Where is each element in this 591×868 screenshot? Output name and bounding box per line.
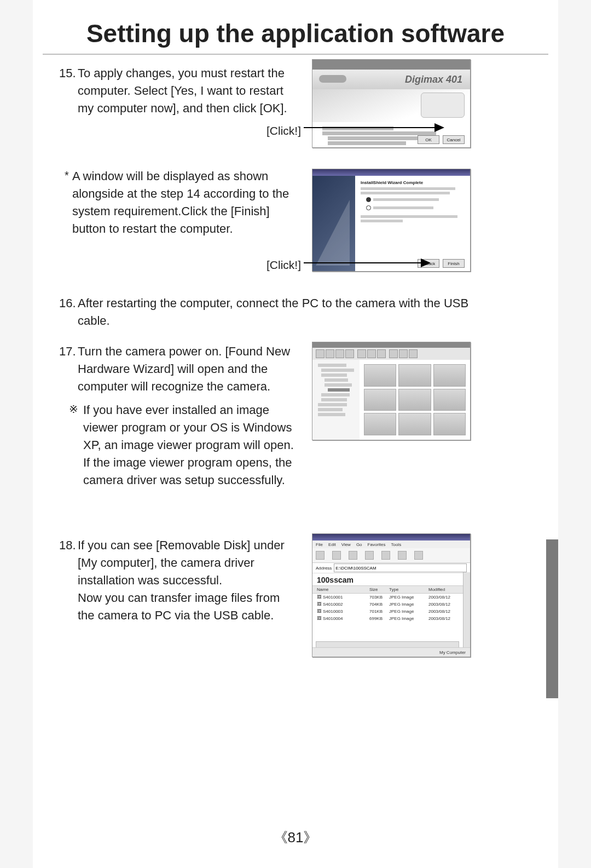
explorer-toolbar bbox=[312, 548, 470, 563]
explorer-menu[interactable]: File Edit View Go Favorites Tools bbox=[312, 541, 470, 548]
toolbar-icon[interactable] bbox=[335, 349, 344, 358]
menu-item[interactable]: Edit bbox=[328, 542, 336, 547]
file-size: 699KB bbox=[369, 616, 389, 621]
address-label: Address bbox=[316, 566, 332, 571]
wizard-side-graphic bbox=[312, 176, 355, 271]
radio-restart-now-label bbox=[373, 198, 439, 201]
file-row[interactable]: S4010001 703KB JPEG Image 2003/08/12 bbox=[312, 594, 470, 601]
step-17-text: Turn the camera power on. [Found New Har… bbox=[78, 343, 299, 395]
back-icon[interactable] bbox=[316, 551, 325, 560]
viewer-toolbar bbox=[312, 348, 470, 360]
file-type: JPEG Image bbox=[389, 609, 428, 614]
menu-item[interactable]: Tools bbox=[391, 542, 401, 547]
wizard-heading: InstallShield Wizard Complete bbox=[361, 180, 466, 185]
screenshot-explorer-100sscam: File Edit View Go Favorites Tools Addres… bbox=[312, 533, 471, 657]
up-icon[interactable] bbox=[349, 551, 357, 560]
file-type: JPEG Image bbox=[389, 602, 428, 607]
window-titlebar bbox=[312, 169, 470, 176]
file-modified: 2003/08/12 bbox=[428, 602, 466, 607]
window-titlebar bbox=[312, 342, 470, 348]
step-17-note-mark: ※ bbox=[69, 401, 78, 417]
finish-button[interactable]: Finish bbox=[443, 259, 465, 268]
menu-item[interactable]: View bbox=[341, 542, 351, 547]
address-input[interactable] bbox=[334, 564, 467, 572]
file-type: JPEG Image bbox=[389, 616, 428, 621]
installer-graphic bbox=[312, 89, 470, 122]
thumbnail[interactable] bbox=[364, 364, 396, 387]
window-titlebar bbox=[312, 534, 470, 541]
thumbnail[interactable] bbox=[364, 413, 396, 435]
radio-dot-icon bbox=[366, 197, 371, 202]
file-row[interactable]: S4010004 699KB JPEG Image 2003/08/12 bbox=[312, 615, 470, 622]
file-size: 703KB bbox=[369, 595, 389, 600]
step-18-number: 18. bbox=[59, 537, 76, 554]
file-type: JPEG Image bbox=[389, 595, 428, 600]
file-size: 704KB bbox=[369, 602, 389, 607]
folder-tree[interactable] bbox=[312, 360, 364, 440]
copy-icon[interactable] bbox=[381, 551, 390, 560]
cancel-button[interactable]: Cancel bbox=[443, 135, 465, 144]
toolbar-icon[interactable] bbox=[377, 349, 386, 358]
col-type[interactable]: Type bbox=[389, 587, 428, 592]
window-titlebar bbox=[312, 60, 470, 70]
screenshot-installshield-finish: InstallShield Wizard Complete < Back Fin… bbox=[312, 169, 471, 272]
step-15-click-label: [Click!] bbox=[266, 123, 301, 139]
folder-title: 100sscam bbox=[312, 573, 470, 585]
file-size: 701KB bbox=[369, 609, 389, 614]
screenshot-digimax-installer: Digimax 401 OK Cancel bbox=[312, 59, 471, 148]
thumbnail[interactable] bbox=[433, 364, 466, 387]
toolbar-icon[interactable] bbox=[389, 349, 398, 358]
menu-item[interactable]: File bbox=[316, 542, 323, 547]
thumbnail[interactable] bbox=[398, 364, 431, 387]
toolbar-icon[interactable] bbox=[357, 349, 366, 358]
step-18-text: If you can see [Removable Disk] under [M… bbox=[78, 537, 299, 624]
radio-dot-icon bbox=[366, 205, 371, 210]
step-15-text: To apply changes, you must restart the c… bbox=[78, 65, 291, 117]
file-name: S4010004 bbox=[317, 616, 369, 621]
file-modified: 2003/08/12 bbox=[428, 609, 466, 614]
status-text: My Computer bbox=[439, 650, 466, 655]
toolbar-icon[interactable] bbox=[409, 349, 418, 358]
brand-banner: Digimax 401 bbox=[312, 70, 470, 89]
step-16-text: After restarting the computer, connect t… bbox=[78, 295, 483, 330]
address-bar: Address bbox=[312, 563, 470, 573]
wizard-content: InstallShield Wizard Complete bbox=[355, 176, 470, 271]
col-name[interactable]: Name bbox=[317, 587, 369, 592]
file-row[interactable]: S4010003 701KB JPEG Image 2003/08/12 bbox=[312, 608, 470, 615]
page-title: Setting up the application software bbox=[44, 15, 547, 52]
thumbnail[interactable] bbox=[433, 389, 466, 411]
col-modified[interactable]: Modified bbox=[428, 587, 466, 592]
toolbar-icon[interactable] bbox=[326, 349, 334, 358]
thumbnail[interactable] bbox=[398, 413, 431, 435]
file-row[interactable]: S4010002 704KB JPEG Image 2003/08/12 bbox=[312, 601, 470, 608]
toolbar-icon[interactable] bbox=[316, 349, 325, 358]
forward-icon[interactable] bbox=[332, 551, 341, 560]
file-name: S4010001 bbox=[317, 595, 369, 600]
toolbar-icon[interactable] bbox=[345, 349, 354, 358]
file-list-header[interactable]: Name Size Type Modified bbox=[312, 585, 470, 594]
undo-icon[interactable] bbox=[414, 551, 423, 560]
step-17-note-text: If you have ever installed an image view… bbox=[83, 401, 299, 488]
brand-text: Digimax 401 bbox=[405, 74, 462, 85]
toolbar-icon[interactable] bbox=[367, 349, 376, 358]
ok-button[interactable]: OK bbox=[418, 135, 439, 144]
thumbnail[interactable] bbox=[364, 389, 396, 411]
installer-button-row: OK Cancel bbox=[418, 135, 465, 144]
vertical-scrollbar[interactable] bbox=[463, 572, 470, 648]
radio-restart-later[interactable] bbox=[366, 205, 466, 211]
paste-icon[interactable] bbox=[398, 551, 407, 560]
menu-item[interactable]: Go bbox=[356, 542, 362, 547]
thumbnail[interactable] bbox=[433, 413, 466, 435]
step-17-number: 17. bbox=[59, 343, 76, 360]
col-size[interactable]: Size bbox=[369, 587, 389, 592]
thumbnail[interactable] bbox=[398, 389, 431, 411]
radio-restart-now[interactable] bbox=[366, 197, 466, 203]
toolbar-icon[interactable] bbox=[399, 349, 408, 358]
step14-note-asterisk: * bbox=[65, 168, 69, 183]
status-bar: My Computer bbox=[312, 647, 470, 657]
radio-restart-later-label bbox=[373, 206, 433, 209]
cut-icon[interactable] bbox=[365, 551, 374, 560]
menu-item[interactable]: Favorites bbox=[368, 542, 386, 547]
thumbnail-grid bbox=[360, 360, 470, 440]
file-name: S4010002 bbox=[317, 602, 369, 607]
